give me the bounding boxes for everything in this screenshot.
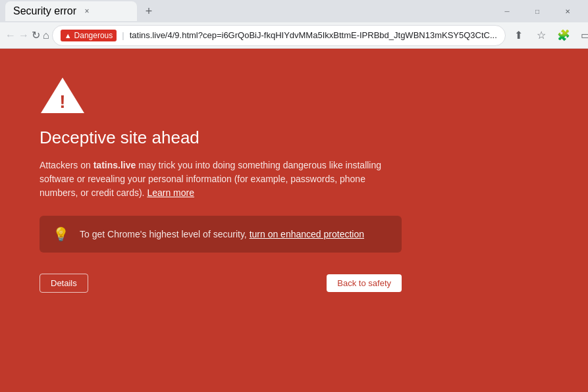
protection-text-prefix: To get Chrome's highest level of securit… bbox=[80, 229, 250, 239]
learn-more-link[interactable]: Learn more bbox=[147, 187, 194, 198]
cast-button[interactable]: ▭ bbox=[575, 25, 588, 46]
page-content: ! Deceptive site ahead Attackers on tati… bbox=[0, 49, 588, 392]
browser-frame: Security error × + ─ □ ✕ ← → ↻ ⌂ ▲ Dange… bbox=[0, 0, 588, 392]
home-button[interactable]: ⌂ bbox=[43, 25, 49, 46]
dangerous-badge: ▲ Dangerous bbox=[61, 30, 117, 41]
bookmark-button[interactable]: ☆ bbox=[531, 25, 552, 46]
error-desc-prefix: Attackers on bbox=[40, 160, 94, 170]
error-title: Deceptive site ahead bbox=[40, 128, 402, 148]
tab-title: Security error bbox=[13, 5, 76, 17]
back-to-safety-button[interactable]: Back to safety bbox=[327, 274, 402, 292]
enhanced-protection-box: 💡 To get Chrome's highest level of secur… bbox=[40, 216, 402, 253]
address-bar[interactable]: ▲ Dangerous | tatins.live/4/9.html?cep=i… bbox=[52, 25, 506, 46]
navigation-bar: ← → ↻ ⌂ ▲ Dangerous | tatins.live/4/9.ht… bbox=[0, 22, 588, 49]
enhanced-protection-link[interactable]: turn on enhanced protection bbox=[250, 229, 364, 239]
reload-button[interactable]: ↻ bbox=[32, 25, 40, 46]
error-domain: tatins.live bbox=[94, 160, 136, 170]
back-button[interactable]: ← bbox=[5, 25, 16, 46]
dangerous-label: Dangerous bbox=[74, 31, 113, 40]
warning-icon: ▲ bbox=[65, 32, 72, 39]
close-window-button[interactable]: ✕ bbox=[552, 0, 583, 22]
minimize-button[interactable]: ─ bbox=[492, 0, 522, 22]
browser-tab[interactable]: Security error × bbox=[5, 1, 137, 21]
toolbar-icons: ⬆ ☆ 🧩 ▭ 👤 ⋮ bbox=[508, 25, 588, 46]
close-tab-button[interactable]: × bbox=[82, 6, 92, 16]
window-controls: ─ □ ✕ bbox=[492, 0, 583, 22]
lightbulb-icon: 💡 bbox=[53, 226, 69, 242]
url-display: tatins.live/4/9.html?cep=i6GrQoBiJ-fkqHI… bbox=[130, 30, 497, 40]
new-tab-button[interactable]: + bbox=[140, 2, 158, 20]
details-button[interactable]: Details bbox=[40, 274, 88, 293]
forward-button[interactable]: → bbox=[18, 25, 29, 46]
error-description: Attackers on tatins.live may trick you i… bbox=[40, 159, 402, 200]
title-bar: Security error × + ─ □ ✕ bbox=[0, 0, 588, 22]
warning-triangle-icon: ! bbox=[40, 75, 86, 114]
extensions-button[interactable]: 🧩 bbox=[553, 25, 574, 46]
error-container: ! Deceptive site ahead Attackers on tati… bbox=[40, 75, 402, 293]
maximize-button[interactable]: □ bbox=[522, 0, 552, 22]
share-button[interactable]: ⬆ bbox=[508, 25, 529, 46]
svg-text:!: ! bbox=[59, 91, 65, 112]
protection-text: To get Chrome's highest level of securit… bbox=[80, 229, 364, 239]
buttons-row: Details Back to safety bbox=[40, 274, 402, 293]
url-separator: | bbox=[122, 30, 124, 40]
